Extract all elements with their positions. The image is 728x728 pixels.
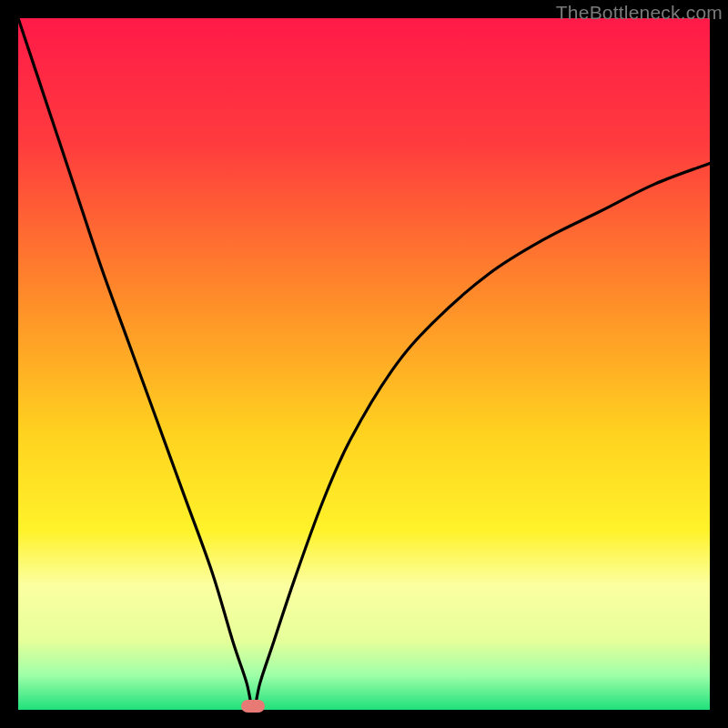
watermark-text: TheBottleneck.com [556, 2, 723, 24]
optimal-point-marker [241, 700, 265, 713]
bottleneck-curve [18, 18, 710, 710]
